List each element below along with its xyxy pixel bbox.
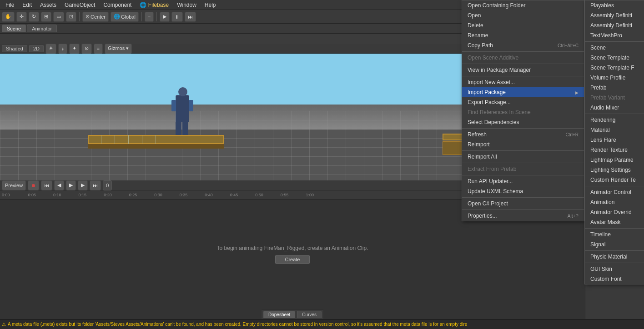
transform-tool[interactable]: ⊡ (66, 12, 76, 22)
gizmos-btn[interactable]: Gizmos ▾ (105, 44, 132, 54)
ctx-shortcut: Ctrl+R (565, 132, 579, 137)
ctx-sub-custom-render-te[interactable]: Custom Render Te (585, 175, 644, 185)
scale-tool[interactable]: ⊞ (41, 12, 51, 22)
menu-edit[interactable]: Edit (19, 1, 35, 9)
sep (462, 128, 584, 129)
menu-gameobject[interactable]: GameObject (61, 1, 99, 9)
anim-play-btn[interactable]: ▶ (66, 180, 76, 190)
ctx-sub-audio-mixer[interactable]: Audio Mixer (585, 103, 644, 113)
ctx-sub-signal[interactable]: Signal (585, 239, 644, 249)
ctx-import-package[interactable]: Import Package (462, 87, 584, 97)
pivot-btn[interactable]: ⊙ Center (82, 12, 109, 22)
tab-curves[interactable]: Curves (297, 311, 322, 318)
ctx-select-dependencies[interactable]: Select Dependencies (462, 117, 584, 127)
tab-scene[interactable]: Scene (2, 25, 26, 32)
ctx-sub-physic-material[interactable]: Physic Material (585, 252, 644, 262)
ctx-extract-from-prefab[interactable]: Extract From Prefab (462, 164, 584, 174)
ctx-sub-animator-control[interactable]: Animator Control (585, 187, 644, 197)
menu-filebase[interactable]: 🌐 Filebase (136, 1, 172, 9)
sep (585, 250, 644, 251)
anim-preview-btn[interactable]: Preview (2, 180, 26, 190)
anim-record-btn[interactable]: ⏺ (28, 180, 39, 190)
context-menu-main: Open Containing Folder Open Delete Renam… (462, 0, 584, 221)
scene-stats-btn[interactable]: ≡ (94, 44, 103, 54)
ctx-sub-assembly-def1[interactable]: Assembly Definiti (585, 10, 644, 20)
menu-window[interactable]: Window (173, 1, 200, 9)
tab-dopesheet[interactable]: Dopesheet (263, 311, 295, 318)
ctx-import-new-asset[interactable]: Import New Asset... (462, 77, 584, 87)
ctx-sub-material[interactable]: Material (585, 125, 644, 135)
ctx-sub-assembly-def2[interactable]: Assembly Definiti (585, 20, 644, 30)
ctx-reimport-all[interactable]: Reimport All (462, 152, 584, 162)
menu-component[interactable]: Component (100, 1, 135, 9)
pause-btn[interactable]: ⏸ (171, 12, 183, 22)
shade-mode-select[interactable]: Shaded (2, 45, 27, 52)
ctx-copy-path[interactable]: Copy Path Ctrl+Alt+C (462, 40, 584, 50)
ctx-sub-animation[interactable]: Animation (585, 197, 644, 207)
ctx-sub-rendering[interactable]: Rendering (585, 115, 644, 125)
anim-next-frame-btn[interactable]: ▶ (78, 180, 88, 190)
hand-tool[interactable]: ✋ (2, 12, 15, 22)
scene-fx-btn[interactable]: ✦ (69, 44, 80, 54)
ctx-export-package[interactable]: Export Package... (462, 97, 584, 107)
sep2 (141, 12, 142, 21)
scene-audio-btn[interactable]: ♪ (58, 44, 67, 54)
menu-assets[interactable]: Assets (36, 1, 60, 9)
tab-animator[interactable]: Animator (27, 25, 57, 32)
anim-prev-key-btn[interactable]: ⏮ (41, 180, 52, 190)
ctx-sub-gui-skin[interactable]: GUI Skin (585, 264, 644, 274)
ctx-sub-prefab[interactable]: Prefab (585, 83, 644, 93)
move-tool[interactable]: ✛ (16, 12, 27, 22)
animation-message: To begin animating FireMan_Rigged, creat… (217, 245, 368, 251)
ctx-update-uxml[interactable]: Update UXML Schema (462, 186, 584, 196)
ctx-sub-playables[interactable]: Playables (585, 0, 644, 10)
play-btn[interactable]: ▶ (160, 12, 170, 22)
anim-prev-frame-btn[interactable]: ◀ (54, 180, 64, 190)
ctx-sub-lightmap-params[interactable]: Lightmap Parame (585, 155, 644, 165)
space-btn[interactable]: 🌐 Global (111, 12, 139, 22)
rect-tool[interactable]: ▭ (53, 12, 64, 22)
ctx-delete[interactable]: Delete (462, 20, 584, 30)
ctx-find-references[interactable]: Find References In Scene (462, 107, 584, 117)
ctx-sub-lens-flare[interactable]: Lens Flare (585, 135, 644, 145)
ctx-sub-prefab-variant[interactable]: Prefab Variant (585, 93, 644, 103)
2d-toggle[interactable]: 2D (29, 45, 44, 52)
rotate-tool[interactable]: ↻ (29, 12, 39, 22)
menu-file[interactable]: File (2, 1, 18, 9)
ctx-sub-timeline[interactable]: Timeline (585, 229, 644, 239)
ctx-sub-volume-profile[interactable]: Volume Profile (585, 73, 644, 83)
ctx-reimport[interactable]: Reimport (462, 140, 584, 150)
ctx-run-api-updater[interactable]: Run API Updater... (462, 176, 584, 186)
ctx-sub-scene-template[interactable]: Scene Template (585, 53, 644, 63)
ctx-sub-scene-template-f[interactable]: Scene Template F (585, 63, 644, 73)
status-bar: ⚠ A meta data file (.meta) exists but it… (0, 319, 644, 329)
sep (585, 186, 644, 186)
step-btn[interactable]: ⏭ (185, 12, 196, 22)
sep (462, 175, 584, 175)
ctx-sub-lighting-settings[interactable]: Lighting Settings (585, 165, 644, 175)
anim-next-key-btn[interactable]: ⏭ (90, 180, 101, 190)
status-message: A meta data file (.meta) exists but its … (8, 322, 467, 327)
ctx-properties[interactable]: Properties... Alt+P (462, 211, 584, 221)
ctx-sub-scene[interactable]: Scene (585, 43, 644, 53)
ctx-sub-animator-override[interactable]: Animator Overrid (585, 207, 644, 217)
ctx-rename[interactable]: Rename (462, 30, 584, 40)
ctx-open-containing[interactable]: Open Containing Folder (462, 0, 584, 10)
ctx-sub-render-texture[interactable]: Render Texture (585, 145, 644, 155)
ctx-sub-textmeshpro[interactable]: TextMeshPro (585, 30, 644, 40)
ctx-refresh[interactable]: Refresh Ctrl+R (462, 130, 584, 140)
layers-btn[interactable]: ≡ (145, 12, 154, 22)
ctx-view-package-manager[interactable]: View in Package Manager (462, 65, 584, 75)
menu-help[interactable]: Help (201, 1, 220, 9)
create-clip-button[interactable]: Create (275, 255, 309, 264)
ctx-open[interactable]: Open (462, 10, 584, 20)
ctx-sub-avatar-mask[interactable]: Avatar Mask (585, 217, 644, 227)
scene-light-btn[interactable]: ☀ (45, 44, 56, 54)
ctx-shortcut: Ctrl+Alt+C (558, 43, 579, 48)
ctx-open-csharp[interactable]: Open C# Project (462, 199, 584, 209)
character-model (176, 95, 189, 136)
scene-hidden-btn[interactable]: ⊘ (81, 44, 92, 54)
ctx-sub-custom-font[interactable]: Custom Font (585, 274, 644, 284)
ctx-open-scene-additive[interactable]: Open Scene Additive (462, 53, 584, 63)
sep1 (79, 12, 80, 21)
